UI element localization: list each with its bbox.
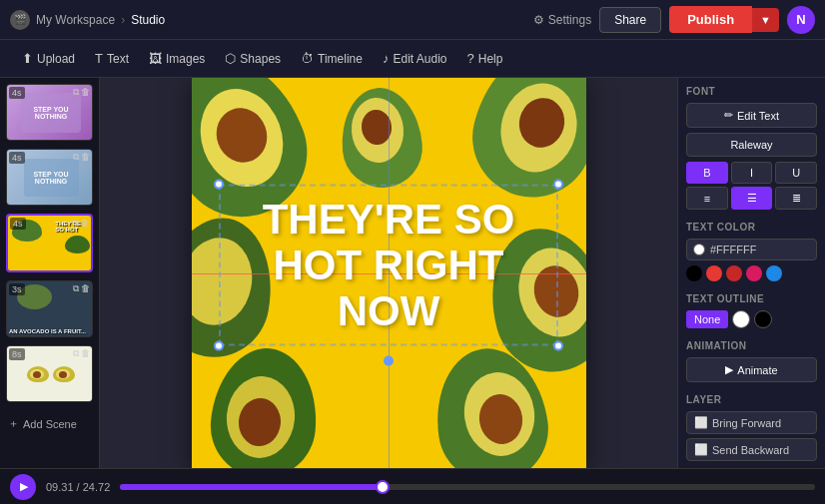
layer-label: LAYER (686, 394, 817, 405)
edit-text-button[interactable]: ✏ Edit Text (686, 103, 817, 128)
help-tool[interactable]: ? Help (459, 47, 511, 70)
time-display: 09.31 / 24.72 (46, 481, 110, 493)
images-tool[interactable]: 🖼 Images (141, 47, 213, 70)
scene-item-3[interactable]: THEY'RESO HOT 4s ⧉ 🗑 (6, 214, 93, 272)
animation-label: ANIMATION (686, 340, 817, 351)
scene-3-duration: 4s (10, 218, 26, 230)
bold-button[interactable]: B (686, 162, 728, 184)
swatch-blue[interactable] (766, 265, 782, 281)
avatar: N (787, 6, 815, 34)
text-color-section: TEXT COLOR #FFFFFF (686, 222, 817, 281)
timeline-track[interactable] (120, 484, 815, 490)
send-backward-icon: ⬜ (694, 443, 708, 456)
align-center-button[interactable]: ☰ (731, 187, 773, 210)
scene-3-icons: ⧉ 🗑 (72, 218, 89, 229)
scene-5-copy-icon[interactable]: ⧉ (73, 348, 79, 359)
swatch-dark-red[interactable] (726, 265, 742, 281)
scene-2-copy-icon[interactable]: ⧉ (73, 152, 79, 163)
align-right-button[interactable]: ≣ (775, 187, 817, 210)
publish-button[interactable]: Publish (669, 6, 752, 33)
scene-4-duration: 3s (9, 283, 25, 295)
canvas-background (192, 78, 586, 468)
upload-icon: ⬆ (22, 51, 33, 66)
outline-row: None (686, 310, 817, 328)
color-swatches (686, 265, 817, 281)
scene-item-5[interactable]: 8s ⧉ 🗑 (6, 345, 93, 402)
text-outline-section: TEXT OUTLINE None (686, 293, 817, 328)
text-tool[interactable]: T Text (87, 47, 137, 70)
scene-item-1[interactable]: STEP YOU NOTHING 4s ⧉ 🗑 (6, 84, 93, 141)
animate-button[interactable]: ▶ Animate (686, 357, 817, 382)
scene-1-delete-icon[interactable]: 🗑 (81, 87, 90, 98)
send-backward-button[interactable]: ⬜ Send Backward (686, 438, 817, 461)
outline-black-swatch[interactable] (754, 310, 772, 328)
scene-1-copy-icon[interactable]: ⧉ (73, 87, 79, 98)
italic-button[interactable]: I (731, 162, 773, 184)
bring-forward-icon: ⬜ (694, 416, 708, 429)
scene-1-icons: ⧉ 🗑 (73, 87, 90, 98)
publish-dropdown-button[interactable]: ▼ (752, 8, 779, 32)
studio-label: Studio (131, 13, 165, 27)
timeline: ▶ 09.31 / 24.72 (0, 468, 825, 504)
toolbar: ⬆ Upload T Text 🖼 Images ⬡ Shapes ⏱ Time… (0, 40, 825, 78)
workspace-link[interactable]: My Workspace (36, 13, 115, 27)
underline-button[interactable]: U (775, 162, 817, 184)
scene-3-copy-icon[interactable]: ⧉ (72, 218, 78, 229)
upload-tool[interactable]: ⬆ Upload (14, 47, 83, 70)
swatch-pink[interactable] (746, 265, 762, 281)
plus-icon: ＋ (8, 416, 19, 431)
layer-section: LAYER ⬜ Bring Forward ⬜ Send Backward ⧉ … (686, 394, 817, 468)
timeline-progress (120, 484, 383, 490)
scene-5-duration: 8s (9, 348, 25, 360)
scene-item-4[interactable]: AN AVOCADO IS A FRUIT... 3s ⧉ 🗑 (6, 280, 93, 337)
logo-icon: 🎬 (10, 10, 30, 30)
text-outline-label: TEXT OUTLINE (686, 293, 817, 304)
edit-audio-tool[interactable]: ♪ Edit Audio (375, 47, 455, 70)
scene-4-label-bar: 3s (9, 283, 25, 295)
shapes-tool[interactable]: ⬡ Shapes (217, 47, 289, 70)
add-scene-button[interactable]: ＋ Add Scene (6, 410, 93, 437)
color-hex-display[interactable]: #FFFFFF (686, 239, 817, 260)
scenes-sidebar: STEP YOU NOTHING 4s ⧉ 🗑 STEP YOUNOTHING … (0, 78, 100, 468)
scene-3-delete-icon[interactable]: 🗑 (80, 218, 89, 229)
font-name-display[interactable]: Raleway (686, 133, 817, 157)
settings-button[interactable]: ⚙ Settings (533, 13, 591, 27)
help-icon: ? (467, 51, 474, 66)
outline-white-swatch[interactable] (732, 310, 750, 328)
timeline-thumb[interactable] (376, 480, 390, 494)
bring-forward-button[interactable]: ⬜ Bring Forward (686, 411, 817, 434)
shapes-icon: ⬡ (225, 51, 236, 66)
timeline-icon: ⏱ (301, 51, 314, 66)
images-icon: 🖼 (149, 51, 162, 66)
swatch-red[interactable] (706, 265, 722, 281)
scene-4-delete-icon[interactable]: 🗑 (81, 283, 90, 294)
share-button[interactable]: Share (599, 7, 661, 33)
scene-item-2[interactable]: STEP YOUNOTHING 4s ⧉ 🗑 (6, 149, 93, 206)
scene-3-label-bar: 4s (10, 218, 26, 230)
swatch-black[interactable] (686, 265, 702, 281)
play-icon: ▶ (20, 480, 28, 493)
top-bar-actions: ⚙ Settings Share Publish ▼ N (533, 6, 815, 34)
canvas-wrapper[interactable]: THEY'RE SO HOT RIGHT NOW (192, 78, 586, 468)
hex-value: #FFFFFF (710, 244, 756, 255)
text-icon: T (95, 51, 103, 66)
timeline-tool[interactable]: ⏱ Timeline (293, 47, 371, 70)
scene-5-delete-icon[interactable]: 🗑 (81, 348, 90, 359)
scene-2-duration: 4s (9, 152, 25, 164)
scene-4-copy-icon[interactable]: ⧉ (73, 283, 79, 294)
align-left-button[interactable]: ≡ (686, 187, 728, 210)
scene-2-icons: ⧉ 🗑 (73, 152, 90, 163)
canvas-area: THEY'RE SO HOT RIGHT NOW (100, 78, 677, 468)
breadcrumb: 🎬 My Workspace › Studio (10, 10, 165, 30)
audio-icon: ♪ (383, 51, 390, 66)
format-row: B I U (686, 162, 817, 184)
outline-none-button[interactable]: None (686, 310, 728, 328)
animate-icon: ▶ (725, 363, 733, 376)
breadcrumb-separator: › (121, 13, 125, 27)
scene-1-label-bar: 4s (9, 87, 25, 99)
scene-2-delete-icon[interactable]: 🗑 (81, 152, 90, 163)
publish-group: Publish ▼ (669, 6, 779, 33)
play-button[interactable]: ▶ (10, 474, 36, 500)
scene-5-icons: ⧉ 🗑 (73, 348, 90, 359)
font-label: FONT (686, 86, 817, 97)
